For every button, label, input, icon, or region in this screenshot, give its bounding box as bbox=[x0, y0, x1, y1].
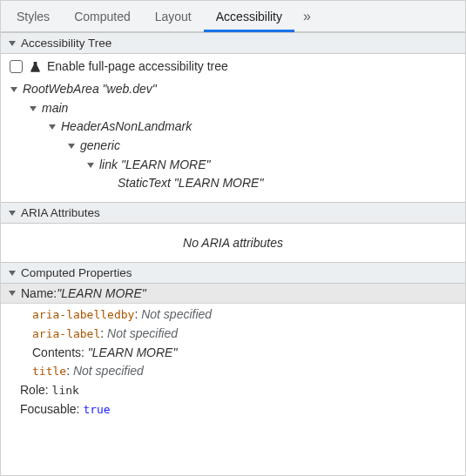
section-title: ARIA Attributes bbox=[21, 206, 100, 219]
disclosure-triangle-icon bbox=[10, 85, 18, 94]
enable-label: Enable full-page accessibility tree bbox=[47, 59, 228, 73]
contents-label: Contents: bbox=[32, 345, 88, 359]
tab-accessibility[interactable]: Accessibility bbox=[204, 1, 294, 32]
tree-node-header[interactable]: HeaderAsNonLandmark bbox=[48, 117, 458, 137]
devtools-tab-bar: Styles Computed Layout Accessibility » bbox=[1, 1, 465, 32]
tab-overflow-button[interactable]: » bbox=[294, 9, 320, 24]
disclosure-triangle-icon bbox=[8, 289, 17, 298]
attr-aria-label: aria-label bbox=[32, 327, 100, 340]
not-specified: Not specified bbox=[107, 326, 178, 340]
name-label: Name: bbox=[21, 286, 57, 300]
attr-aria-labelledby: aria-labelledby bbox=[32, 308, 134, 321]
disclosure-triangle-icon bbox=[8, 39, 17, 48]
tree-role: RootWebArea bbox=[23, 80, 99, 99]
name-value: LEARN MORE bbox=[57, 286, 146, 300]
tab-computed[interactable]: Computed bbox=[62, 1, 143, 32]
accessibility-tree-panel: Enable full-page accessibility tree Root… bbox=[1, 54, 465, 202]
tree-role: HeaderAsNonLandmark bbox=[61, 117, 192, 137]
tree-role: main bbox=[42, 99, 68, 118]
disclosure-triangle-icon bbox=[67, 142, 76, 151]
section-title: Accessibility Tree bbox=[21, 37, 111, 50]
disclosure-triangle-icon bbox=[8, 269, 17, 278]
enable-checkbox[interactable] bbox=[10, 60, 23, 73]
computed-properties-body: aria-labelledby: Not specified aria-labe… bbox=[1, 304, 465, 427]
enable-full-page-tree-row: Enable full-page accessibility tree bbox=[10, 59, 458, 73]
focusable-label: Focusable: bbox=[20, 402, 83, 416]
tree-name: LEARN MORE bbox=[121, 156, 211, 175]
not-specified: Not specified bbox=[141, 307, 212, 321]
computed-name-row[interactable]: Name: LEARN MORE bbox=[1, 284, 465, 304]
tree-node-rootwebarea[interactable]: RootWebArea web.dev bbox=[10, 80, 458, 99]
disclosure-triangle-icon bbox=[8, 209, 17, 218]
disclosure-triangle-icon bbox=[29, 104, 37, 113]
tree-name: web.dev bbox=[103, 80, 157, 99]
disclosure-triangle-icon bbox=[48, 123, 57, 131]
section-title: Computed Properties bbox=[21, 266, 132, 279]
role-value: link bbox=[52, 384, 79, 397]
tree-role: generic bbox=[80, 137, 120, 156]
contents-value: LEARN MORE bbox=[88, 345, 178, 359]
section-header-aria-attributes[interactable]: ARIA Attributes bbox=[1, 202, 465, 224]
tree-role: StaticText bbox=[118, 174, 171, 193]
experiment-flask-icon bbox=[28, 59, 42, 73]
section-header-computed-properties[interactable]: Computed Properties bbox=[1, 262, 465, 284]
role-label: Role: bbox=[20, 383, 52, 397]
disclosure-triangle-icon bbox=[86, 161, 95, 170]
tree-node-statictext[interactable]: StaticText LEARN MORE bbox=[118, 174, 458, 193]
tab-styles[interactable]: Styles bbox=[4, 1, 62, 32]
tree-role: link bbox=[99, 156, 118, 175]
tab-layout[interactable]: Layout bbox=[143, 1, 204, 32]
tree-name: LEARN MORE bbox=[174, 174, 264, 193]
tree-node-link[interactable]: link LEARN MORE bbox=[86, 156, 458, 175]
accessibility-tree: RootWebArea web.dev main HeaderAsNonLand… bbox=[10, 80, 458, 193]
no-aria-message: No ARIA attributes bbox=[1, 224, 465, 262]
focusable-value: true bbox=[83, 403, 110, 416]
not-specified: Not specified bbox=[73, 364, 144, 378]
section-header-accessibility-tree[interactable]: Accessibility Tree bbox=[1, 32, 465, 54]
attr-title: title bbox=[32, 365, 66, 378]
tree-node-main[interactable]: main bbox=[29, 99, 458, 118]
tree-node-generic[interactable]: generic bbox=[67, 137, 458, 156]
